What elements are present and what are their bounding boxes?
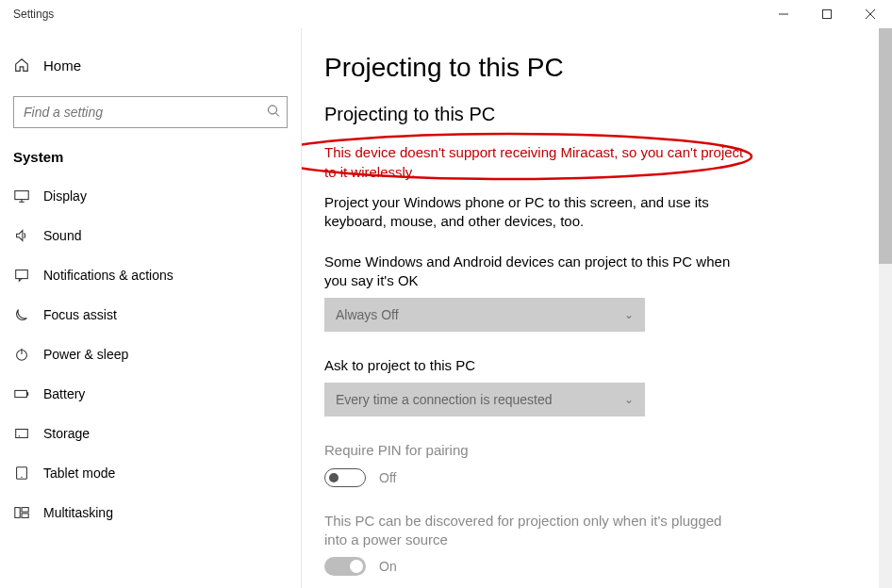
dropdown-value: Every time a connection is requested	[336, 392, 553, 407]
setting-discoverable-toggle[interactable]	[324, 557, 366, 576]
content-area: Projecting to this PC Projecting to this…	[302, 28, 892, 588]
sidebar-item-label: Battery	[43, 386, 85, 401]
page-title: Projecting to this PC	[324, 53, 835, 83]
toggle-state-label: On	[379, 559, 397, 574]
setting-discoverable-label: This PC can be discovered for projection…	[324, 512, 739, 550]
svg-rect-20	[22, 514, 28, 518]
storage-icon	[13, 425, 30, 442]
home-link[interactable]: Home	[0, 47, 301, 83]
svg-rect-1	[823, 10, 832, 19]
power-icon	[13, 346, 30, 363]
error-message: This device doesn't support receiving Mi…	[324, 142, 758, 182]
svg-rect-18	[15, 508, 20, 518]
search-input-wrap[interactable]	[13, 96, 288, 128]
scrollbar[interactable]	[879, 28, 892, 588]
battery-icon	[13, 385, 30, 402]
scrollbar-thumb[interactable]	[879, 28, 892, 264]
setting-ask-project-label: Ask to project to this PC	[324, 356, 739, 375]
svg-line-5	[276, 113, 280, 117]
multitasking-icon	[13, 504, 30, 521]
sound-icon	[13, 227, 30, 244]
sidebar-item-tablet-mode[interactable]: Tablet mode	[0, 453, 301, 493]
sidebar-item-display[interactable]: Display	[0, 176, 301, 216]
svg-rect-13	[26, 392, 28, 396]
setting-require-pin-toggle[interactable]	[324, 468, 366, 487]
close-button[interactable]	[849, 0, 892, 28]
search-input[interactable]	[13, 96, 288, 128]
search-icon	[267, 105, 280, 121]
sidebar-item-sound[interactable]: Sound	[0, 216, 301, 255]
tablet-icon	[13, 465, 30, 482]
chevron-down-icon: ⌄	[624, 393, 634, 406]
window-title: Settings	[13, 8, 54, 21]
maximize-button[interactable]	[805, 0, 849, 28]
sidebar: Home System Display Sound Notifications …	[0, 28, 302, 588]
svg-point-4	[269, 106, 277, 114]
section-heading: Projecting to this PC	[324, 104, 835, 125]
display-icon	[13, 188, 30, 204]
setting-ask-project-dropdown[interactable]: Every time a connection is requested ⌄	[324, 383, 645, 416]
sidebar-item-label: Notifications & actions	[43, 268, 173, 283]
section-title: System	[0, 149, 301, 176]
setting-project-permission-dropdown[interactable]: Always Off ⌄	[324, 298, 645, 332]
sidebar-item-focus-assist[interactable]: Focus assist	[0, 295, 301, 335]
maximize-icon	[822, 9, 832, 19]
home-label: Home	[43, 57, 81, 74]
sidebar-item-label: Focus assist	[43, 307, 117, 322]
sidebar-item-label: Storage	[43, 426, 90, 441]
sidebar-item-label: Power & sleep	[43, 347, 128, 362]
svg-rect-9	[16, 270, 28, 279]
svg-rect-14	[16, 430, 28, 438]
toggle-state-label: Off	[379, 470, 396, 485]
sidebar-item-label: Sound	[43, 228, 81, 243]
sidebar-item-label: Tablet mode	[43, 466, 115, 481]
focus-assist-icon	[13, 306, 30, 323]
chevron-down-icon: ⌄	[624, 308, 634, 321]
svg-rect-12	[15, 390, 27, 397]
svg-point-17	[21, 477, 22, 478]
home-icon	[13, 57, 30, 74]
svg-point-15	[19, 435, 20, 436]
sidebar-item-power-sleep[interactable]: Power & sleep	[0, 335, 301, 374]
dropdown-value: Always Off	[336, 307, 399, 322]
sidebar-item-label: Multitasking	[43, 505, 113, 520]
svg-rect-19	[22, 508, 28, 513]
setting-project-permission-label: Some Windows and Android devices can pro…	[324, 253, 739, 291]
setting-require-pin-label: Require PIN for pairing	[324, 441, 739, 460]
minimize-icon	[779, 9, 788, 19]
svg-rect-6	[15, 191, 28, 200]
sidebar-item-notifications[interactable]: Notifications & actions	[0, 255, 301, 295]
notifications-icon	[13, 267, 30, 284]
sidebar-item-multitasking[interactable]: Multitasking	[0, 493, 301, 532]
close-icon	[866, 9, 875, 19]
sidebar-item-label: Display	[43, 188, 87, 204]
description-text: Project your Windows phone or PC to this…	[324, 193, 739, 232]
sidebar-item-battery[interactable]: Battery	[0, 374, 301, 414]
sidebar-item-storage[interactable]: Storage	[0, 414, 301, 453]
titlebar: Settings	[0, 0, 892, 28]
minimize-button[interactable]	[762, 0, 805, 28]
